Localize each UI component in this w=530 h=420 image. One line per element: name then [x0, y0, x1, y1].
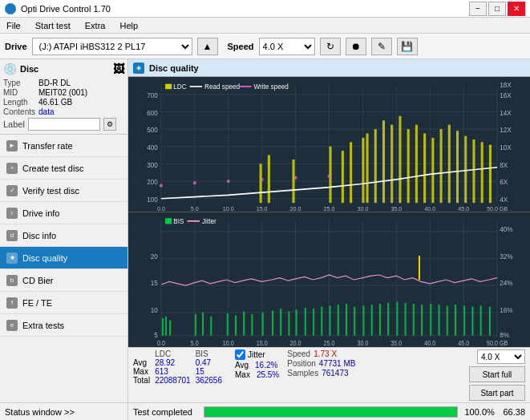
svg-rect-30 [399, 116, 401, 203]
svg-rect-41 [489, 145, 492, 204]
samples-value: 761473 [322, 369, 348, 378]
disc-quality-panel-header: ◈ Disc quality [128, 59, 530, 77]
sidebar-item-cd-bier[interactable]: b CD Bier [0, 269, 127, 292]
svg-text:0.0: 0.0 [157, 339, 166, 347]
jitter-checkbox-row: Jitter [235, 349, 279, 360]
sidebar-item-verify-test-disc[interactable]: ✓ Verify test disc [0, 180, 127, 202]
svg-rect-123 [396, 302, 398, 336]
toolbar-refresh-button[interactable]: ↻ [320, 38, 341, 55]
maximize-button[interactable]: □ [488, 2, 506, 16]
speed-select[interactable]: 4.0 X [259, 38, 315, 55]
samples-row: Samples 761473 [287, 369, 355, 378]
svg-rect-99 [169, 320, 171, 335]
svg-text:35.0: 35.0 [390, 205, 402, 212]
svg-rect-156 [165, 218, 172, 224]
start-buttons: Start full Start part [469, 366, 525, 401]
length-label: Length [3, 98, 35, 107]
status-window-button[interactable]: Status window >> [0, 402, 127, 420]
svg-text:600: 600 [147, 108, 158, 116]
drive-select[interactable]: (J:) ATAPI iHBS312 2 PL17 [32, 38, 192, 55]
label-row: Label ⚙ [3, 118, 124, 131]
svg-rect-27 [374, 129, 377, 203]
sidebar-item-label: Transfer rate [22, 141, 73, 151]
svg-text:35.0: 35.0 [390, 339, 403, 347]
close-button[interactable]: ✕ [508, 2, 525, 16]
start-part-button[interactable]: Start part [469, 385, 525, 401]
menu-extra[interactable]: Extra [82, 19, 109, 32]
contents-label: Contents [3, 107, 35, 116]
title-bar-controls: − □ ✕ [469, 2, 525, 16]
toolbar-record-button[interactable]: ⏺ [346, 38, 366, 55]
sidebar-item-fe-te[interactable]: f FE / TE [0, 292, 127, 314]
sidebar-item-create-test-disc[interactable]: + Create test disc [0, 157, 127, 180]
svg-text:15.0: 15.0 [257, 205, 268, 212]
svg-rect-115 [330, 305, 331, 335]
jitter-checkbox[interactable] [235, 349, 245, 360]
svg-text:20.0: 20.0 [290, 205, 301, 212]
control-section: 4.0 X Start full Start part [469, 349, 525, 401]
stats-speed-select[interactable]: 4.0 X [477, 349, 525, 364]
jitter-label: Jitter [248, 350, 265, 359]
svg-rect-116 [338, 305, 339, 335]
label-input[interactable] [28, 118, 100, 131]
sidebar-item-transfer-rate[interactable]: ► Transfer rate [0, 135, 127, 157]
position-value: 47731 MB [319, 359, 356, 368]
svg-text:12X: 12X [500, 126, 512, 134]
svg-rect-102 [210, 317, 212, 336]
eject-button[interactable]: ▲ [197, 38, 218, 55]
svg-text:18X: 18X [500, 81, 512, 89]
svg-rect-25 [362, 138, 364, 203]
disc-quality-title: Disc quality [149, 63, 199, 73]
svg-text:400: 400 [147, 143, 158, 151]
svg-point-43 [193, 181, 196, 184]
speed-label-stat: Speed [287, 349, 310, 358]
menu-bar: File Start test Extra Help [0, 18, 530, 34]
disc-quality-icon: ★ [6, 252, 18, 264]
sidebar-item-disc-info[interactable]: d Disc info [0, 224, 127, 247]
svg-point-47 [327, 174, 330, 177]
svg-text:BIS: BIS [173, 217, 184, 226]
label-icon-button[interactable]: ⚙ [103, 118, 116, 131]
status-window-label: Status window >> [5, 407, 75, 417]
svg-text:10: 10 [151, 305, 158, 314]
menu-help[interactable]: Help [116, 19, 141, 32]
svg-text:25.0: 25.0 [324, 339, 336, 347]
fe-te-icon: f [6, 297, 18, 309]
position-label: Position [287, 359, 316, 368]
svg-rect-113 [313, 309, 314, 336]
toolbar-write-button[interactable]: ✎ [371, 38, 392, 55]
menu-file[interactable]: File [3, 19, 24, 32]
top-chart-container: 100 200 300 400 500 600 700 4X 6X 8X 10X [128, 77, 530, 212]
sidebar-item-label: Disc quality [22, 253, 67, 263]
menu-start-test[interactable]: Start test [32, 19, 74, 32]
svg-rect-131 [463, 305, 465, 335]
svg-rect-125 [413, 304, 415, 336]
svg-rect-33 [423, 133, 426, 203]
jitter-avg-value: 16.2% [255, 361, 277, 370]
total-label: Total [133, 376, 155, 385]
svg-rect-124 [405, 303, 407, 336]
jitter-values: Avg 16.2% Max 25.5% [235, 361, 279, 379]
svg-text:40.0: 40.0 [424, 339, 436, 347]
svg-rect-21 [292, 160, 294, 203]
svg-point-42 [160, 184, 163, 187]
svg-rect-19 [260, 164, 262, 203]
svg-rect-104 [235, 315, 237, 335]
sidebar-item-label: Drive info [22, 208, 59, 218]
svg-text:5: 5 [154, 330, 158, 339]
sidebar-item-drive-info[interactable]: i Drive info [0, 202, 127, 224]
minimize-button[interactable]: − [469, 2, 487, 16]
svg-text:0.0: 0.0 [157, 205, 165, 212]
start-full-button[interactable]: Start full [469, 366, 525, 382]
svg-rect-107 [262, 313, 264, 336]
disc-quality-panel-icon: ◈ [133, 63, 144, 74]
extra-tests-icon: e [6, 320, 18, 331]
svg-text:32%: 32% [500, 252, 512, 260]
sidebar-item-extra-tests[interactable]: e Extra tests [0, 314, 127, 337]
avg-bis: 0.47 [196, 358, 227, 367]
svg-text:24%: 24% [500, 279, 512, 288]
toolbar-save-button[interactable]: 💾 [397, 38, 418, 55]
sidebar-item-disc-quality[interactable]: ★ Disc quality [0, 247, 127, 269]
svg-point-46 [294, 176, 297, 180]
svg-rect-34 [431, 138, 434, 203]
